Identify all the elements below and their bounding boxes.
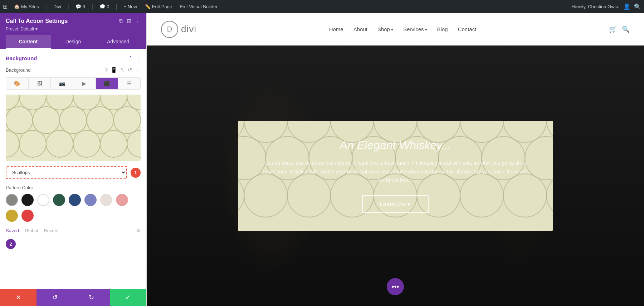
user-avatar[interactable]: 👤 — [623, 3, 630, 10]
divi-btn[interactable]: Divi — [52, 4, 63, 9]
scallops-preview — [6, 95, 141, 161]
cta-button[interactable]: Learn More — [362, 195, 429, 213]
pattern-select[interactable]: Scallops Circles Triangles Diamonds Chev… — [6, 167, 126, 178]
swatch-light-beige[interactable] — [100, 194, 112, 206]
swatch-red[interactable] — [21, 210, 34, 222]
search-icon[interactable]: 🔍 — [634, 3, 641, 10]
bg-type-mask[interactable]: ☰ — [118, 78, 140, 89]
save-button[interactable]: ✓ — [110, 289, 146, 306]
site-logo: D divi — [161, 21, 196, 38]
color-tab-saved[interactable]: Saved — [6, 228, 19, 233]
cta-title: An Elegant Whiskey... — [259, 139, 531, 152]
pattern-color-label: Pattern Color — [6, 185, 141, 190]
pattern-dropdown-row: Scallops Circles Triangles Diamonds Chev… — [6, 166, 141, 179]
howdy-label: Howdy, Christina Gwira — [571, 4, 620, 9]
exit-builder-btn[interactable]: Exit Visual Builder — [179, 4, 219, 9]
floating-options-button[interactable]: ••• — [387, 278, 404, 295]
cta-text: You do know, you do know that they don't… — [259, 159, 531, 185]
pattern-select-wrapper: Scallops Circles Triangles Diamonds Chev… — [6, 166, 127, 179]
panel-footer: ✕ ↺ ↻ ✓ — [0, 289, 146, 306]
logo-circle: D — [161, 21, 178, 38]
section-title: Background — [6, 55, 37, 61]
panel-preset[interactable]: Preset: Default ▾ — [6, 27, 141, 32]
bg-help-icon[interactable]: ? — [105, 67, 108, 73]
bg-mobile-icon[interactable]: 📱 — [111, 67, 117, 73]
bg-preview — [6, 95, 141, 161]
panel-copy-icon[interactable]: ⧉ — [119, 18, 123, 24]
section-collapse-icon[interactable]: ⌃ — [128, 55, 133, 62]
color-tab-recent[interactable]: Recent — [44, 228, 58, 233]
new-btn[interactable]: + New — [122, 4, 138, 9]
bg-cursor-icon[interactable]: ↖ — [120, 67, 125, 73]
swatch-lavender[interactable] — [84, 194, 97, 206]
panel-menu-icon[interactable]: ⋮ — [135, 18, 141, 24]
nav-blog[interactable]: Blog — [437, 26, 448, 32]
swatch-dark-green[interactable] — [53, 194, 65, 206]
bg-type-color[interactable]: 🎨 — [6, 78, 29, 89]
swatch-black[interactable] — [21, 194, 34, 206]
svg-rect-0 — [6, 96, 141, 159]
bg-type-pattern[interactable]: ⬛ — [96, 78, 118, 89]
main-layout: Call To Action Settings ⧉ ⊞ ⋮ Preset: De… — [0, 13, 644, 306]
admin-bar-right: Howdy, Christina Gwira 👤 🔍 — [571, 3, 641, 10]
left-panel: Call To Action Settings ⧉ ⊞ ⋮ Preset: De… — [0, 13, 147, 306]
bg-label-row: Background ? 📱 ↖ ↺ ⋮ — [6, 67, 141, 73]
comments-btn[interactable]: 💬 3 — [74, 4, 87, 9]
badge-1: 1 — [131, 168, 141, 178]
swatch-navy[interactable] — [69, 194, 81, 206]
redo-button[interactable]: ↻ — [73, 289, 110, 306]
bg-type-tabs: 🎨 🖼 📷 ▶ ⬛ ☰ — [6, 77, 141, 90]
badge-2: 2 — [6, 239, 16, 249]
bg-label: Background — [6, 67, 30, 73]
edit-page-btn[interactable]: ✏️ Edit Page — [143, 4, 174, 9]
admin-bar: ⊞ 🏠 My Sites | Divi | 💬 3 | 💭 0 | + New … — [0, 0, 644, 13]
nav-contact[interactable]: Contact — [458, 26, 477, 32]
bg-type-image[interactable]: 📷 — [51, 78, 73, 89]
search-icon[interactable]: 🔍 — [622, 25, 630, 33]
panel-title: Call To Action Settings — [6, 18, 68, 24]
panel-tabs: Content Design Advanced — [6, 35, 141, 49]
color-tabs: Saved Global Recent ⚙ — [6, 228, 141, 233]
bg-reset-icon[interactable]: ↺ — [128, 67, 132, 73]
cta-box: An Elegant Whiskey... You do know, you d… — [238, 121, 553, 231]
swatch-mixed[interactable] — [6, 194, 18, 206]
logo-name: divi — [181, 24, 196, 35]
site-menu: Home About Shop Services Blog Contact — [329, 26, 477, 32]
bg-type-video[interactable]: ▶ — [73, 78, 96, 89]
swatch-white[interactable] — [37, 194, 49, 206]
right-canvas: D divi Home About Shop Services Blog Con… — [147, 13, 644, 306]
admin-bar-left: ⊞ 🏠 My Sites | Divi | 💬 3 | 💭 0 | + New … — [3, 3, 566, 10]
tab-advanced[interactable]: Advanced — [96, 35, 141, 49]
color-settings-icon[interactable]: ⚙ — [136, 228, 141, 233]
bg-more-icon[interactable]: ⋮ — [135, 67, 141, 73]
nav-services[interactable]: Services — [403, 26, 427, 32]
panel-header: Call To Action Settings ⧉ ⊞ ⋮ Preset: De… — [0, 13, 146, 49]
cart-icon[interactable]: 🛒 — [609, 25, 617, 33]
nav-home[interactable]: Home — [329, 26, 343, 32]
swatch-pink[interactable] — [116, 194, 128, 206]
section-options-icon[interactable]: ⋮ — [136, 56, 141, 61]
bg-type-gradient[interactable]: 🖼 — [29, 78, 51, 89]
wordpress-icon[interactable]: ⊞ — [3, 3, 8, 10]
color-swatches — [6, 194, 141, 222]
panel-grid-icon[interactable]: ⊞ — [127, 18, 131, 24]
tab-content[interactable]: Content — [6, 35, 51, 49]
undo-button[interactable]: ↺ — [36, 289, 73, 306]
hero-area: An Elegant Whiskey... You do know, you d… — [147, 46, 644, 306]
cancel-button[interactable]: ✕ — [0, 289, 36, 306]
nav-about[interactable]: About — [353, 26, 367, 32]
site-nav: D divi Home About Shop Services Blog Con… — [147, 13, 644, 46]
panel-body: Background ⌃ ⋮ Background ? 📱 ↖ ↺ ⋮ — [0, 49, 146, 289]
color-tab-global[interactable]: Global — [25, 228, 38, 233]
background-section-header: Background ⌃ ⋮ — [6, 55, 141, 62]
tab-design[interactable]: Design — [51, 35, 96, 49]
nav-shop[interactable]: Shop — [377, 26, 393, 32]
my-sites-btn[interactable]: 🏠 My Sites — [13, 4, 40, 9]
bubbles-btn[interactable]: 💭 0 — [98, 4, 111, 9]
swatch-gold[interactable] — [6, 210, 18, 222]
